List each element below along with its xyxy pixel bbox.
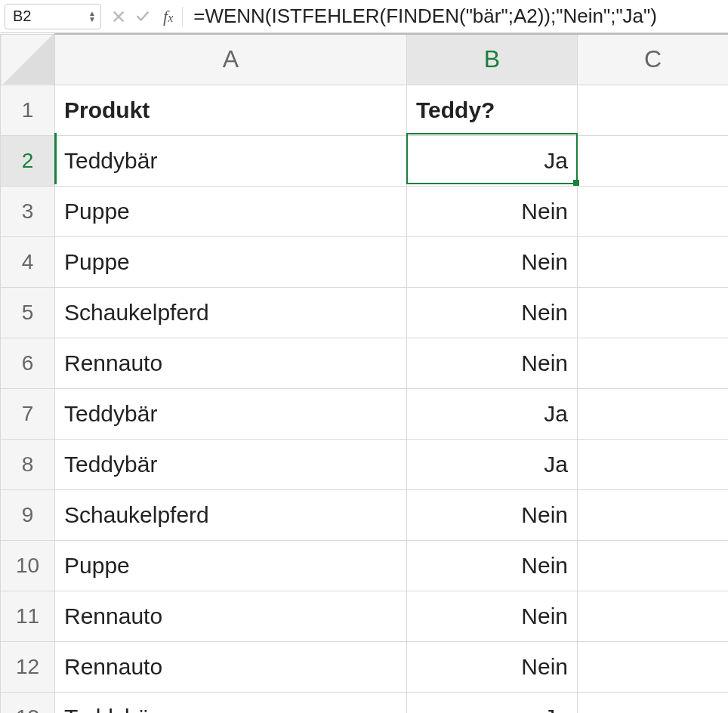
cell[interactable]: Rennauto	[55, 591, 407, 641]
cell[interactable]	[578, 338, 729, 388]
row-header[interactable]: 5	[1, 287, 55, 338]
cell[interactable]	[578, 135, 729, 186]
row-header[interactable]: 2	[1, 135, 55, 186]
cell[interactable]	[578, 489, 729, 540]
column-header-row: A B C	[1, 34, 729, 85]
cell[interactable]: Produkt	[55, 85, 407, 135]
row-header[interactable]: 11	[1, 591, 55, 641]
spreadsheet-grid[interactable]: A B C 1ProduktTeddy?2TeddybärJa3PuppeNei…	[0, 33, 728, 713]
cell[interactable]	[578, 388, 729, 439]
row-header[interactable]: 3	[1, 186, 55, 236]
cell[interactable]: Teddybär	[55, 692, 407, 713]
cell[interactable]	[578, 287, 729, 338]
cancel-icon[interactable]	[112, 10, 125, 23]
cell[interactable]: Rennauto	[55, 641, 407, 692]
name-box[interactable]: B2 ▲ ▼	[5, 4, 101, 29]
cell[interactable]: Nein	[407, 287, 578, 338]
cell[interactable]: Teddybär	[55, 439, 407, 489]
table-row: 10PuppeNein	[1, 540, 729, 591]
cell[interactable]: Puppe	[55, 236, 407, 287]
cell[interactable]: Nein	[407, 338, 578, 388]
cell[interactable]: Ja	[407, 388, 578, 439]
name-box-value: B2	[13, 8, 31, 25]
cell[interactable]: Nein	[407, 540, 578, 591]
cell[interactable]: Teddy?	[407, 85, 578, 135]
row-header[interactable]: 1	[1, 85, 55, 135]
cell[interactable]: Puppe	[55, 186, 407, 236]
select-all-corner[interactable]	[1, 34, 55, 85]
table-row: 3PuppeNein	[1, 186, 729, 236]
cell[interactable]: Nein	[407, 641, 578, 692]
table-row: 2TeddybärJa	[1, 135, 729, 186]
table-row: 11RennautoNein	[1, 591, 729, 641]
table-row: 6RennautoNein	[1, 338, 729, 388]
row-header[interactable]: 4	[1, 236, 55, 287]
cell[interactable]	[578, 85, 729, 135]
accept-icon[interactable]	[136, 10, 150, 23]
stepper-down-icon[interactable]: ▼	[88, 17, 96, 23]
row-header[interactable]: 10	[1, 540, 55, 591]
table-row: 8TeddybärJa	[1, 439, 729, 489]
table-row: 13TeddybärJa	[1, 692, 729, 713]
formula-bar-separator	[182, 7, 183, 26]
cell[interactable]: Ja	[407, 692, 578, 713]
formula-input[interactable]: =WENN(ISTFEHLER(FINDEN("bär";A2));"Nein"…	[189, 3, 728, 29]
cell[interactable]: Schaukelpferd	[55, 287, 407, 338]
row-header[interactable]: 13	[1, 692, 55, 713]
column-header-B[interactable]: B	[407, 34, 578, 85]
cell[interactable]	[578, 186, 729, 236]
table-row: 7TeddybärJa	[1, 388, 729, 439]
table-row: 9SchaukelpferdNein	[1, 489, 729, 540]
cell[interactable]: Teddybär	[55, 135, 407, 186]
column-header-C[interactable]: C	[578, 34, 729, 85]
row-header[interactable]: 8	[1, 439, 55, 489]
row-header[interactable]: 6	[1, 338, 55, 388]
cell[interactable]	[578, 236, 729, 287]
cell[interactable]: Puppe	[55, 540, 407, 591]
cell[interactable]	[578, 591, 729, 641]
cell[interactable]: Teddybär	[55, 388, 407, 439]
row-header[interactable]: 9	[1, 489, 55, 540]
cell[interactable]: Ja	[407, 135, 578, 186]
table-row: 1ProduktTeddy?	[1, 85, 729, 135]
table-row: 4PuppeNein	[1, 236, 729, 287]
cell[interactable]: Rennauto	[55, 338, 407, 388]
cell[interactable]	[578, 540, 729, 591]
fx-icon[interactable]: fx	[160, 7, 176, 26]
cell[interactable]: Nein	[407, 186, 578, 236]
row-header[interactable]: 12	[1, 641, 55, 692]
cell[interactable]: Nein	[407, 236, 578, 287]
cell[interactable]	[578, 641, 729, 692]
cell[interactable]: Nein	[407, 489, 578, 540]
cell[interactable]: Nein	[407, 591, 578, 641]
cell[interactable]: Schaukelpferd	[55, 489, 407, 540]
formula-bar: B2 ▲ ▼ fx =WENN(ISTFEHLER(FINDEN("bär";A…	[0, 0, 728, 33]
cell[interactable]	[578, 439, 729, 489]
column-header-A[interactable]: A	[55, 34, 407, 85]
cell[interactable]	[578, 692, 729, 713]
table-row: 12RennautoNein	[1, 641, 729, 692]
table-row: 5SchaukelpferdNein	[1, 287, 729, 338]
name-box-stepper[interactable]: ▲ ▼	[84, 11, 96, 23]
formula-bar-buttons	[107, 10, 154, 23]
cell[interactable]: Ja	[407, 439, 578, 489]
row-header[interactable]: 7	[1, 388, 55, 439]
